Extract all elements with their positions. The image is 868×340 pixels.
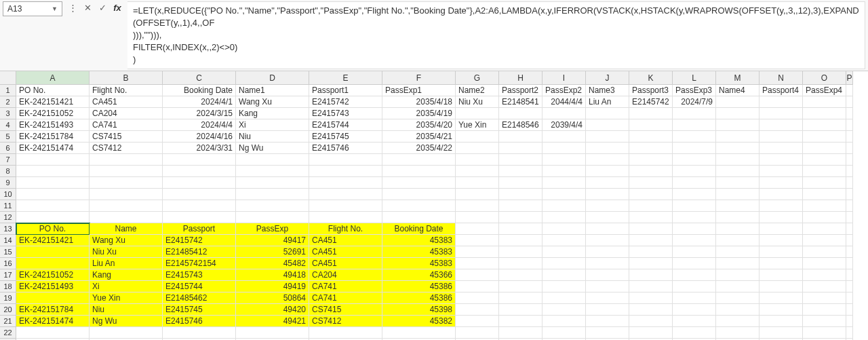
row-header-22[interactable]: 22	[0, 327, 16, 339]
cell-B1[interactable]: Flight No.	[90, 85, 163, 96]
cell-E10[interactable]	[309, 189, 382, 200]
cell-A11[interactable]	[16, 200, 90, 212]
cell-P12[interactable]	[846, 212, 853, 223]
cell-O20[interactable]	[803, 304, 846, 316]
column-header-N[interactable]: N	[760, 71, 803, 85]
cell-H22[interactable]	[499, 327, 542, 339]
cell-H14[interactable]	[499, 235, 542, 246]
cell-F18[interactable]: 45386	[382, 281, 456, 292]
cell-O9[interactable]	[803, 177, 846, 189]
cell-C11[interactable]	[163, 200, 236, 212]
cell-A12[interactable]	[16, 212, 90, 223]
cell-E18[interactable]: CA741	[309, 281, 382, 292]
cell-M10[interactable]	[716, 189, 760, 200]
cell-M14[interactable]	[716, 235, 760, 246]
cell-P4[interactable]	[846, 119, 853, 131]
cell-O14[interactable]	[803, 235, 846, 246]
cell-N14[interactable]	[760, 235, 803, 246]
cell-H18[interactable]	[499, 281, 542, 292]
cell-K1[interactable]: Passport3	[629, 85, 673, 96]
cell-F14[interactable]: 45383	[382, 235, 456, 246]
cell-J22[interactable]	[586, 327, 629, 339]
cell-H17[interactable]	[499, 269, 542, 281]
cell-H13[interactable]	[499, 223, 542, 235]
cell-M12[interactable]	[716, 212, 760, 223]
cell-O7[interactable]	[803, 154, 846, 166]
cell-D9[interactable]	[236, 177, 309, 189]
cell-P14[interactable]	[846, 235, 853, 246]
cell-G8[interactable]	[456, 166, 499, 177]
cell-L12[interactable]	[673, 212, 716, 223]
cell-I10[interactable]	[542, 189, 586, 200]
cell-D19[interactable]: 50864	[236, 292, 309, 304]
cell-M15[interactable]	[716, 246, 760, 258]
cell-C16[interactable]: E2145742154	[163, 258, 236, 269]
cell-C7[interactable]	[163, 154, 236, 166]
cell-A8[interactable]	[16, 166, 90, 177]
cell-N17[interactable]	[760, 269, 803, 281]
row-header-14[interactable]: 14	[0, 235, 16, 246]
cell-G13[interactable]	[456, 223, 499, 235]
cell-F10[interactable]	[382, 189, 456, 200]
cell-B15[interactable]: Niu Xu	[90, 246, 163, 258]
cell-I3[interactable]	[542, 108, 586, 119]
cell-J7[interactable]	[586, 154, 629, 166]
cell-E15[interactable]: CA451	[309, 246, 382, 258]
cell-P19[interactable]	[846, 292, 853, 304]
cell-N11[interactable]	[760, 200, 803, 212]
cell-O13[interactable]	[803, 223, 846, 235]
cell-E3[interactable]: E2415743	[309, 108, 382, 119]
cell-C17[interactable]: E2415743	[163, 269, 236, 281]
cell-E17[interactable]: CA204	[309, 269, 382, 281]
cell-K5[interactable]	[629, 131, 673, 143]
cell-N21[interactable]	[760, 316, 803, 327]
cell-O4[interactable]	[803, 119, 846, 131]
cell-J1[interactable]: Name3	[586, 85, 629, 96]
cell-I15[interactable]	[542, 246, 586, 258]
cell-M20[interactable]	[716, 304, 760, 316]
cell-D11[interactable]	[236, 200, 309, 212]
cell-C18[interactable]: E2415744	[163, 281, 236, 292]
cell-D4[interactable]: Xi	[236, 119, 309, 131]
cell-E12[interactable]	[309, 212, 382, 223]
cell-B8[interactable]	[90, 166, 163, 177]
cell-M4[interactable]	[716, 119, 760, 131]
cell-B20[interactable]: Niu	[90, 304, 163, 316]
cell-L2[interactable]: 2024/7/9	[673, 96, 716, 108]
cell-J14[interactable]	[586, 235, 629, 246]
cell-P6[interactable]	[846, 143, 853, 154]
cell-K16[interactable]	[629, 258, 673, 269]
cell-N3[interactable]	[760, 108, 803, 119]
cell-A20[interactable]: EK-242151784	[16, 304, 90, 316]
cell-E21[interactable]: CS7412	[309, 316, 382, 327]
cell-E11[interactable]	[309, 200, 382, 212]
select-all-corner[interactable]	[0, 71, 16, 85]
cell-P1[interactable]	[846, 85, 853, 96]
row-header-18[interactable]: 18	[0, 281, 16, 292]
cell-B11[interactable]	[90, 200, 163, 212]
cell-P8[interactable]	[846, 166, 853, 177]
cell-M19[interactable]	[716, 292, 760, 304]
cell-O5[interactable]	[803, 131, 846, 143]
cell-J8[interactable]	[586, 166, 629, 177]
cell-M13[interactable]	[716, 223, 760, 235]
cell-D18[interactable]: 49419	[236, 281, 309, 292]
cell-L16[interactable]	[673, 258, 716, 269]
cell-C1[interactable]: Booking Date	[163, 85, 236, 96]
cell-G15[interactable]	[456, 246, 499, 258]
cell-A15[interactable]	[16, 246, 90, 258]
column-header-P[interactable]: P	[846, 71, 853, 85]
cell-K12[interactable]	[629, 212, 673, 223]
cell-G17[interactable]	[456, 269, 499, 281]
cell-E4[interactable]: E2415744	[309, 119, 382, 131]
cell-N5[interactable]	[760, 131, 803, 143]
column-header-F[interactable]: F	[382, 71, 456, 85]
cell-H20[interactable]	[499, 304, 542, 316]
cell-I16[interactable]	[542, 258, 586, 269]
cell-F16[interactable]: 45383	[382, 258, 456, 269]
cell-B17[interactable]: Kang	[90, 269, 163, 281]
cell-O12[interactable]	[803, 212, 846, 223]
cell-O11[interactable]	[803, 200, 846, 212]
cell-I17[interactable]	[542, 269, 586, 281]
cell-P21[interactable]	[846, 316, 853, 327]
